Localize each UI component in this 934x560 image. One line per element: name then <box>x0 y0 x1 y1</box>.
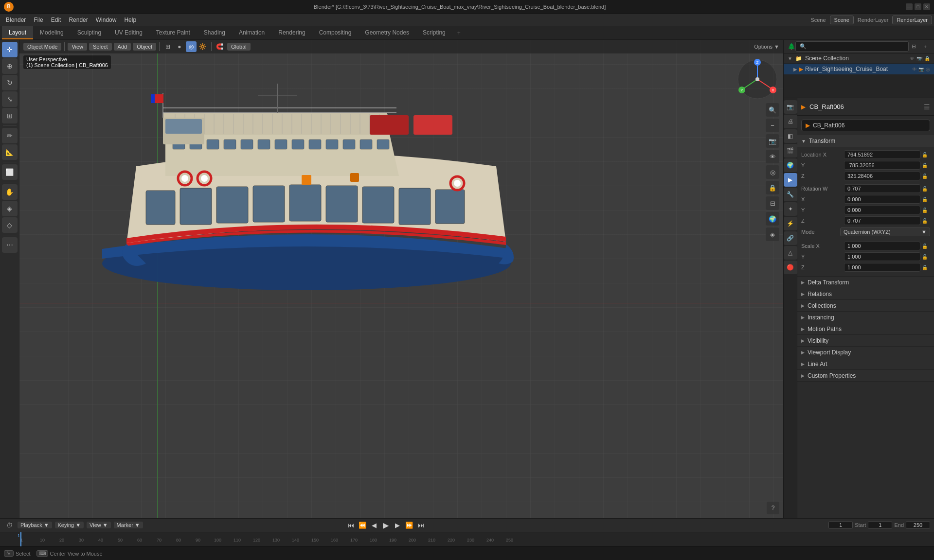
world-btn[interactable]: 🌍 <box>766 212 779 226</box>
tool-measure[interactable]: 📐 <box>2 144 18 160</box>
tool-rotate[interactable]: ↻ <box>2 75 18 90</box>
rotation-x-field[interactable]: 0.000 <box>844 195 920 204</box>
menu-blender[interactable]: Blender <box>2 16 30 24</box>
playback-menu[interactable]: Playback ▼ <box>18 522 52 528</box>
close-button[interactable]: ✕ <box>923 3 930 10</box>
prop-tab-output[interactable]: 🖨 <box>784 115 797 128</box>
tool-scale[interactable]: ⤡ <box>2 91 18 107</box>
outliner-filter-icon[interactable]: ⊟ <box>909 42 918 52</box>
add-workspace-button[interactable]: + <box>452 26 466 39</box>
skip-to-end-btn[interactable]: ⏭ <box>415 520 426 530</box>
line-art-section[interactable]: ▶ Line Art <box>797 358 934 370</box>
prop-tab-physics[interactable]: ⚡ <box>784 217 797 230</box>
menu-help[interactable]: Help <box>120 16 140 24</box>
tab-animation[interactable]: Animation <box>232 26 271 39</box>
scale-x-lock-icon[interactable]: 🔓 <box>920 244 929 249</box>
viewport-rendered-btn[interactable]: 🔆 <box>198 41 208 52</box>
item-visibility-icon[interactable]: 👁 <box>912 67 917 72</box>
custom-properties-section[interactable]: ▶ Custom Properties <box>797 370 934 382</box>
scale-z-field[interactable]: 1.000 <box>844 263 920 272</box>
skip-to-start-btn[interactable]: ⏮ <box>345 520 356 530</box>
rotation-mode-select[interactable]: Quaternion (WXYZ) ▼ <box>840 228 930 236</box>
prop-tab-data[interactable]: △ <box>784 246 797 260</box>
tab-sculpting[interactable]: Sculpting <box>71 26 108 39</box>
transform-section-header[interactable]: ▼ Transform <box>797 135 934 147</box>
viewport[interactable]: Object Mode View Select Add Object ⊞ ● ◎… <box>19 40 783 518</box>
item-render-icon[interactable]: 📷 <box>918 67 924 72</box>
play-btn[interactable]: ▶ <box>380 520 391 530</box>
prop-tab-material[interactable]: 🔴 <box>784 261 797 274</box>
end-frame-field[interactable]: 250 <box>906 521 930 529</box>
tool-more[interactable]: ⋯ <box>2 237 18 253</box>
prop-tab-world[interactable]: 🌍 <box>784 158 797 172</box>
tool-bisect[interactable]: ◇ <box>2 217 18 233</box>
delta-transform-section[interactable]: ▶ Delta Transform <box>797 277 934 288</box>
tool-add-primitive[interactable]: ⬜ <box>2 164 18 180</box>
rotation-z-field[interactable]: 0.707 <box>844 216 920 225</box>
filter-btn[interactable]: ⊟ <box>766 196 779 210</box>
object-btn[interactable]: ◎ <box>766 165 779 179</box>
prop-tab-scene[interactable]: 🎬 <box>784 144 797 158</box>
tab-modeling[interactable]: Modeling <box>33 26 71 39</box>
location-y-lock-icon[interactable]: 🔓 <box>920 163 929 168</box>
pivot-point[interactable]: Global <box>227 43 251 51</box>
menu-window[interactable]: Window <box>92 16 121 24</box>
tab-rendering[interactable]: Rendering <box>271 26 312 39</box>
location-x-field[interactable]: 764.51892 <box>844 150 920 159</box>
tool-knife[interactable]: ◈ <box>2 201 18 216</box>
tool-move[interactable]: ⊕ <box>2 58 18 74</box>
tab-layout[interactable]: Layout <box>2 26 33 39</box>
menu-edit[interactable]: Edit <box>47 16 65 24</box>
next-frame-btn[interactable]: ▶ <box>392 520 403 530</box>
rotation-y-field[interactable]: 0.000 <box>844 206 920 214</box>
viewport-material-btn[interactable]: ◎ <box>186 41 197 52</box>
scale-y-lock-icon[interactable]: 🔓 <box>920 254 929 260</box>
prop-tab-render[interactable]: 📷 <box>784 100 797 114</box>
outliner-search[interactable]: 🔍 <box>795 41 909 52</box>
minimize-button[interactable]: — <box>906 3 913 10</box>
tab-shading[interactable]: Shading <box>197 26 232 39</box>
instancing-section[interactable]: ▶ Instancing <box>797 312 934 323</box>
prev-frame-btn[interactable]: ◀ <box>369 520 379 530</box>
motion-paths-section[interactable]: ▶ Motion Paths <box>797 323 934 335</box>
object-name-field[interactable]: ▶ CB_Raft006 <box>801 120 930 131</box>
object-menu[interactable]: Object <box>133 43 156 51</box>
outliner-add-icon[interactable]: + <box>920 42 930 52</box>
add-menu[interactable]: Add <box>114 43 131 51</box>
item-select-icon[interactable]: ◎ <box>926 67 930 72</box>
jump-forward-btn[interactable]: ⏩ <box>404 520 414 530</box>
start-frame-field[interactable]: 1 <box>868 521 892 529</box>
viewport-wireframe-btn[interactable]: ⊞ <box>162 41 173 52</box>
camera-btn[interactable]: 📷 <box>766 134 779 148</box>
eye-btn[interactable]: 👁 <box>766 150 779 163</box>
location-z-lock-icon[interactable]: 🔓 <box>920 174 929 179</box>
marker-menu[interactable]: Marker ▼ <box>114 522 143 528</box>
tool-grab[interactable]: ✋ <box>2 184 18 200</box>
help-icon[interactable]: ? <box>767 502 779 514</box>
menu-file[interactable]: File <box>30 16 47 24</box>
tab-geometry-nodes[interactable]: Geometry Nodes <box>358 26 416 39</box>
collection-lock-icon[interactable]: 🔒 <box>924 56 930 61</box>
location-y-field[interactable]: -785.32056 <box>844 161 920 170</box>
prop-tab-modifiers[interactable]: 🔧 <box>784 188 797 201</box>
rotation-w-field[interactable]: 0.707 <box>844 184 920 193</box>
location-x-lock-icon[interactable]: 🔓 <box>920 152 929 158</box>
maximize-button[interactable]: □ <box>915 3 921 10</box>
collection-visibility-icon[interactable]: 👁 <box>910 56 915 61</box>
tab-scripting[interactable]: Scripting <box>416 26 452 39</box>
timeline-ruler[interactable]: 1 10 20 30 40 50 60 70 80 90 100 110 120… <box>0 532 934 546</box>
location-z-field[interactable]: 325.28406 <box>844 172 920 180</box>
tab-texture-paint[interactable]: Texture Paint <box>149 26 197 39</box>
scene-selector[interactable]: Scene <box>830 16 854 24</box>
keying-menu[interactable]: Keying ▼ <box>55 522 84 528</box>
relations-section[interactable]: ▶ Relations <box>797 288 934 300</box>
timeline-editor-icon[interactable]: ⏱ <box>4 520 15 530</box>
viewport-display-section[interactable]: ▶ Viewport Display <box>797 347 934 358</box>
render-layer-selector[interactable]: RenderLayer <box>892 16 932 24</box>
tool-annotate[interactable]: ✏ <box>2 128 18 143</box>
rotation-x-lock-icon[interactable]: 🔓 <box>920 197 929 202</box>
outliner-item-river-sightseeing[interactable]: ▶ ▶ River_Sightseeing_Cruise_Boat 👁 📷 ◎ <box>784 64 934 74</box>
prop-tab-view-layer[interactable]: ◧ <box>784 129 797 143</box>
timeline-playhead[interactable] <box>20 532 21 546</box>
collection-camera-icon[interactable]: 📷 <box>916 56 922 61</box>
